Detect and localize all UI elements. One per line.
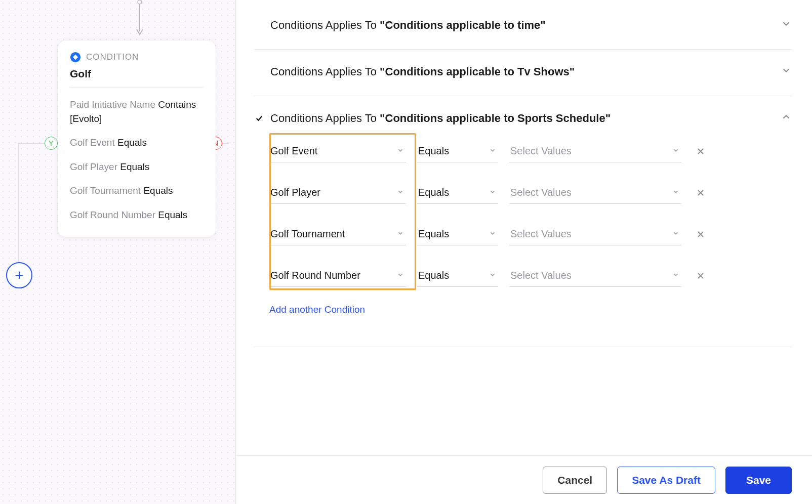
card-rule: Golf Tournament Equals xyxy=(70,184,204,198)
flow-canvas: Y N CONDITION Golf Paid Initiative Name … xyxy=(0,0,236,504)
chevron-down-icon xyxy=(397,188,404,197)
check-icon xyxy=(254,114,264,123)
attribute-select[interactable]: Golf Event xyxy=(269,142,406,162)
footer-actions: Cancel Save As Draft Save xyxy=(236,455,812,504)
rule-op: Equals xyxy=(143,185,173,196)
remove-row-button[interactable] xyxy=(693,268,709,286)
section-label: Conditions Applies To "Conditions applic… xyxy=(270,19,546,32)
applies-prefix: Conditions Applies To xyxy=(270,65,380,78)
operator-select[interactable]: Equals xyxy=(417,225,498,245)
add-condition-link[interactable]: Add another Condition xyxy=(269,304,365,315)
section-label: Conditions Applies To "Conditions applic… xyxy=(270,112,611,125)
chevron-down-icon xyxy=(672,147,679,155)
conditions-section: Conditions Applies To "Conditions applic… xyxy=(254,13,792,50)
condition-rows: Golf Event Equals Select Values Golf Pla… xyxy=(269,142,792,287)
attribute-value: Golf Player xyxy=(270,187,320,198)
close-icon xyxy=(696,230,706,241)
rule-op: Equals xyxy=(158,209,187,220)
applies-prefix: Conditions Applies To xyxy=(270,19,380,31)
chevron-down-icon xyxy=(489,271,496,280)
rule-attr: Paid Initiative Name xyxy=(70,99,158,110)
condition-diamond-icon xyxy=(70,52,81,63)
attribute-value: Golf Event xyxy=(270,145,317,157)
connector-line xyxy=(18,143,19,262)
section-header[interactable]: Conditions Applies To "Conditions applic… xyxy=(254,18,792,32)
operator-select[interactable]: Equals xyxy=(417,267,498,287)
close-icon xyxy=(696,189,706,200)
rule-op: Equals xyxy=(117,137,147,148)
card-rule: Golf Round Number Equals xyxy=(70,208,204,222)
operator-select[interactable]: Equals xyxy=(417,184,498,204)
card-header: CONDITION xyxy=(70,52,204,63)
chevron-down-icon xyxy=(672,230,679,238)
save-button[interactable]: Save xyxy=(725,467,792,494)
incoming-arrow-icon xyxy=(136,0,146,39)
conditions-section: Conditions Applies To "Conditions applic… xyxy=(254,96,792,347)
save-as-draft-button[interactable]: Save As Draft xyxy=(617,467,715,494)
value-placeholder: Select Values xyxy=(510,228,572,240)
rule-attr: Golf Tournament xyxy=(70,185,143,196)
attribute-value: Golf Tournament xyxy=(270,228,345,240)
remove-row-button[interactable] xyxy=(693,143,709,162)
chevron-down-icon xyxy=(397,230,404,238)
condition-row: Golf Tournament Equals Select Values xyxy=(269,225,792,245)
conditions-section: Conditions Applies To "Conditions applic… xyxy=(254,50,792,96)
cancel-button[interactable]: Cancel xyxy=(543,467,607,494)
value-select[interactable]: Select Values xyxy=(509,267,681,287)
section-label: Conditions Applies To "Conditions applic… xyxy=(270,65,575,78)
chevron-down-icon xyxy=(489,230,496,238)
value-select[interactable]: Select Values xyxy=(509,225,681,245)
attribute-select[interactable]: Golf Tournament xyxy=(269,225,406,245)
section-header[interactable]: Conditions Applies To "Conditions applic… xyxy=(254,111,792,125)
value-placeholder: Select Values xyxy=(510,145,572,157)
chevron-down-icon xyxy=(672,271,679,280)
condition-node-card[interactable]: CONDITION Golf Paid Initiative Name Cont… xyxy=(58,40,216,237)
chevron-down-icon xyxy=(397,147,404,155)
rule-op: Contains xyxy=(158,99,196,110)
condition-row: Golf Round Number Equals Select Values xyxy=(269,267,792,287)
operator-value: Equals xyxy=(418,145,449,157)
card-rule: Paid Initiative Name Contains [Evolto] xyxy=(70,98,204,125)
chevron-down-icon xyxy=(781,65,792,78)
card-title: Golf xyxy=(70,68,204,88)
rule-val: [Evolto] xyxy=(70,113,102,124)
value-placeholder: Select Values xyxy=(510,270,572,281)
condition-row: Golf Player Equals Select Values xyxy=(269,184,792,204)
section-header[interactable]: Conditions Applies To "Conditions applic… xyxy=(254,65,792,78)
remove-row-button[interactable] xyxy=(693,185,709,203)
section-quoted-name: "Conditions applicable to Tv Shows" xyxy=(380,65,575,78)
chevron-down-icon xyxy=(489,147,496,155)
chevron-up-icon xyxy=(781,111,792,125)
rule-attr: Golf Event xyxy=(70,137,117,148)
rule-attr: Golf Player xyxy=(70,161,120,172)
attribute-select[interactable]: Golf Player xyxy=(269,184,406,204)
card-type-label: CONDITION xyxy=(86,52,139,62)
remove-row-button[interactable] xyxy=(693,226,709,245)
value-select[interactable]: Select Values xyxy=(509,142,681,162)
rule-op: Equals xyxy=(120,161,149,172)
yes-branch-badge: Y xyxy=(45,137,58,150)
card-rule: Golf Player Equals xyxy=(70,160,204,174)
section-quoted-name: "Conditions applicable to time" xyxy=(380,19,546,31)
attribute-value: Golf Round Number xyxy=(270,270,360,281)
value-select[interactable]: Select Values xyxy=(509,184,681,204)
add-node-button[interactable]: + xyxy=(6,262,32,288)
section-quoted-name: "Conditions applicable to Sports Schedul… xyxy=(380,112,611,124)
card-rule: Golf Event Equals xyxy=(70,136,204,150)
attribute-select[interactable]: Golf Round Number xyxy=(269,267,406,287)
condition-row: Golf Event Equals Select Values xyxy=(269,142,792,162)
applies-prefix: Conditions Applies To xyxy=(270,112,380,124)
operator-value: Equals xyxy=(418,228,449,240)
close-icon xyxy=(696,272,706,283)
operator-value: Equals xyxy=(418,187,449,198)
operator-select[interactable]: Equals xyxy=(417,142,498,162)
condition-editor-panel: Conditions Applies To "Conditions applic… xyxy=(236,0,812,504)
chevron-down-icon xyxy=(397,271,404,280)
chevron-down-icon xyxy=(489,188,496,197)
close-icon xyxy=(696,147,706,158)
chevron-down-icon xyxy=(672,188,679,197)
plus-icon: + xyxy=(15,267,24,284)
svg-point-0 xyxy=(138,0,142,4)
value-placeholder: Select Values xyxy=(510,187,572,198)
operator-value: Equals xyxy=(418,270,449,281)
